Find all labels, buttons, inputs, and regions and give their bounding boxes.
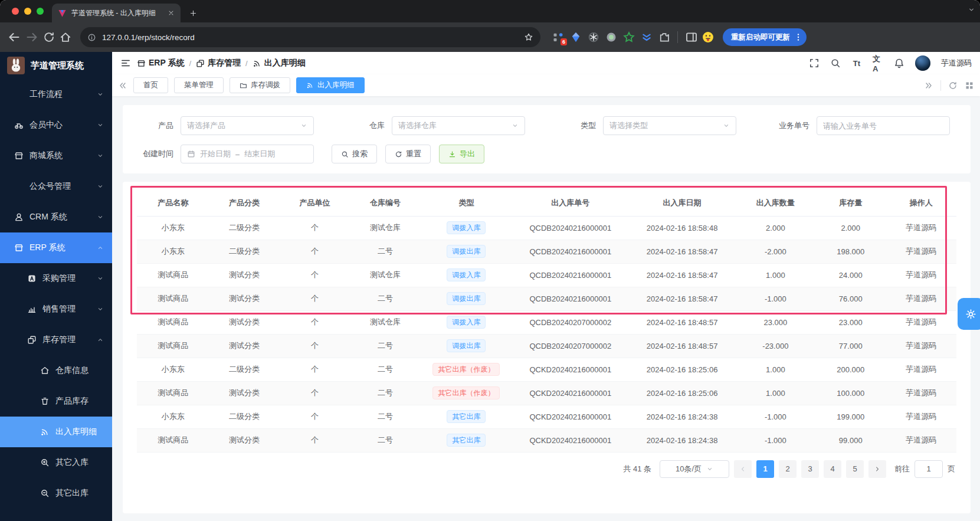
- table-cell: 23.000: [736, 310, 815, 334]
- reload-icon[interactable]: [42, 31, 55, 44]
- page-tabbar: 首页菜单管理库存调拨出入库明细: [112, 74, 980, 96]
- page-tab[interactable]: 首页: [133, 77, 168, 93]
- extension-grid-icon[interactable]: 6: [552, 31, 564, 43]
- browser-menu-kebab-icon[interactable]: [794, 32, 803, 42]
- prev-page-button[interactable]: [734, 460, 752, 478]
- extension-star-icon[interactable]: [623, 31, 635, 43]
- emoji-extension-icon[interactable]: [702, 31, 714, 44]
- table-row[interactable]: 小东东二级分类个测试仓库调拨入库QCDB202402160000012024-0…: [137, 216, 956, 240]
- translate-icon[interactable]: 文A: [873, 58, 883, 68]
- page-size-select[interactable]: 10条/页: [660, 460, 729, 478]
- breadcrumb-item[interactable]: ERP 系统: [137, 58, 184, 68]
- goto-page-input[interactable]: [915, 460, 943, 478]
- app-logo-row[interactable]: 芋道管理系统: [0, 52, 112, 79]
- extension-wheel-icon[interactable]: [588, 31, 599, 43]
- biz-no-input-wrap: [817, 116, 950, 135]
- extension-circle-icon[interactable]: [605, 31, 617, 43]
- breadcrumb-item[interactable]: 库存管理: [196, 58, 241, 68]
- table-row[interactable]: 小东东二级分类个二号其它出库（作废）QCKD202402160000012024…: [137, 358, 956, 381]
- chevron-up-icon: [97, 244, 104, 251]
- side-panel-icon[interactable]: [685, 31, 698, 44]
- layout-grid-icon[interactable]: [965, 81, 974, 90]
- warehouse-select[interactable]: 请选择仓库: [392, 116, 525, 135]
- sidebar-item[interactable]: 其它出库: [0, 478, 112, 509]
- username[interactable]: 芋道源码: [941, 58, 972, 68]
- export-button[interactable]: 导出: [439, 145, 484, 163]
- biz-no-input[interactable]: [823, 122, 943, 130]
- settings-drawer-button[interactable]: [958, 298, 980, 330]
- search-icon[interactable]: [830, 58, 841, 68]
- next-page-button[interactable]: [868, 460, 886, 478]
- minimize-window-button[interactable]: [24, 8, 31, 15]
- chrome-update-button[interactable]: 重新启动即可更新: [723, 28, 807, 46]
- new-tab-button[interactable]: [185, 5, 201, 21]
- table-row[interactable]: 测试商品测试分类个测试仓库调拨入库QCDB202402070000022024-…: [137, 310, 956, 334]
- search-button[interactable]: 搜索: [332, 145, 377, 163]
- table-row[interactable]: 小东东二级分类个二号调拨出库QCDB202402160000012024-02-…: [137, 240, 956, 263]
- maximize-window-button[interactable]: [37, 8, 44, 15]
- table-row[interactable]: 小东东二级分类个二号其它出库QCKD202402160000012024-02-…: [137, 405, 956, 428]
- browser-tab[interactable]: 芋道管理系统 - 出入库明细: [52, 4, 181, 22]
- sidebar-item[interactable]: 采购管理: [0, 263, 112, 294]
- tabs-scroll-right-icon[interactable]: [924, 81, 933, 90]
- sidebar-item[interactable]: 工作流程: [0, 79, 112, 110]
- table-cell: 23.000: [815, 310, 886, 334]
- table-row[interactable]: 测试商品测试分类个二号调拨出库QCDB202402070000022024-02…: [137, 334, 956, 358]
- page-number-button[interactable]: 3: [801, 460, 819, 478]
- back-icon[interactable]: [7, 30, 21, 44]
- sidebar-menu: 工作流程会员中心商城系统公众号管理CRM 系统ERP 系统采购管理销售管理库存管…: [0, 79, 112, 509]
- table-row[interactable]: 测试商品测试分类个二号调拨出库QCDB202402160000012024-02…: [137, 287, 956, 310]
- sidebar-item[interactable]: 出入库明细: [0, 417, 112, 447]
- site-info-icon[interactable]: [87, 33, 96, 42]
- type-select[interactable]: 请选择类型: [603, 116, 736, 135]
- bookmark-star-icon[interactable]: [524, 32, 533, 42]
- table-cell: 小东东: [137, 240, 209, 263]
- extensions-puzzle-icon[interactable]: [658, 31, 670, 43]
- sales-icon: [27, 304, 37, 314]
- sidebar-item[interactable]: 销售管理: [0, 294, 112, 325]
- sidebar-item[interactable]: 公众号管理: [0, 171, 112, 202]
- product-select[interactable]: 请选择产品: [181, 116, 314, 135]
- type-cell: 调拨入库: [421, 310, 512, 334]
- date-range-picker[interactable]: 开始日期 – 结束日期: [181, 145, 314, 163]
- sidebar-item[interactable]: 其它入库: [0, 447, 112, 478]
- page-number-button[interactable]: 5: [846, 460, 864, 478]
- page-tab[interactable]: 菜单管理: [174, 77, 224, 93]
- refresh-page-icon[interactable]: [948, 81, 958, 90]
- type-cell: 其它出库: [421, 428, 512, 452]
- browser-tabstrip: 芋道管理系统 - 出入库明细: [0, 0, 980, 22]
- sidebar-item[interactable]: 会员中心: [0, 110, 112, 140]
- tabs-scroll-left-icon[interactable]: [118, 81, 127, 90]
- address-bar[interactable]: 127.0.0.1/erp/stock/record: [80, 27, 540, 47]
- sidebar-item[interactable]: CRM 系统: [0, 202, 112, 232]
- collapse-sidebar-icon[interactable]: [120, 58, 131, 68]
- table-row[interactable]: 测试商品测试分类个二号其它出库（作废）QCKD20240216000001202…: [137, 381, 956, 405]
- close-window-button[interactable]: [12, 8, 19, 15]
- font-size-icon[interactable]: Tt: [851, 58, 862, 68]
- page-tab[interactable]: 出入库明细: [296, 77, 365, 93]
- tab-close-icon[interactable]: [168, 9, 175, 17]
- page-number-button[interactable]: 2: [779, 460, 797, 478]
- user-avatar[interactable]: [915, 55, 930, 71]
- page-number-button[interactable]: 1: [756, 460, 774, 478]
- sidebar-item[interactable]: 产品库存: [0, 386, 112, 417]
- notification-bell-icon[interactable]: [894, 58, 904, 68]
- table-cell: 芋道源码: [886, 358, 956, 381]
- page-number-button[interactable]: 4: [824, 460, 841, 478]
- fullscreen-icon[interactable]: [809, 58, 820, 68]
- reset-button[interactable]: 重置: [385, 145, 431, 163]
- tab-search-chevron-icon[interactable]: [968, 6, 975, 14]
- table-row[interactable]: 测试商品测试分类个测试仓库调拨入库QCDB202402160000012024-…: [137, 263, 956, 287]
- forward-icon[interactable]: [25, 30, 39, 44]
- sidebar-item[interactable]: 商城系统: [0, 140, 112, 171]
- breadcrumb-item[interactable]: 出入库明细: [253, 58, 306, 68]
- page-tab[interactable]: 库存调拨: [230, 77, 290, 93]
- table-row[interactable]: 测试商品测试分类个二号其它出库QCKD202402160000012024-02…: [137, 428, 956, 452]
- extension-kite-icon[interactable]: [570, 31, 582, 43]
- extension-chevrons-icon[interactable]: [641, 31, 653, 43]
- sidebar-item[interactable]: 仓库信息: [0, 355, 112, 386]
- store-icon: [14, 243, 24, 253]
- home-icon[interactable]: [59, 31, 72, 44]
- sidebar-item[interactable]: 库存管理: [0, 325, 112, 355]
- sidebar-item[interactable]: ERP 系统: [0, 232, 112, 263]
